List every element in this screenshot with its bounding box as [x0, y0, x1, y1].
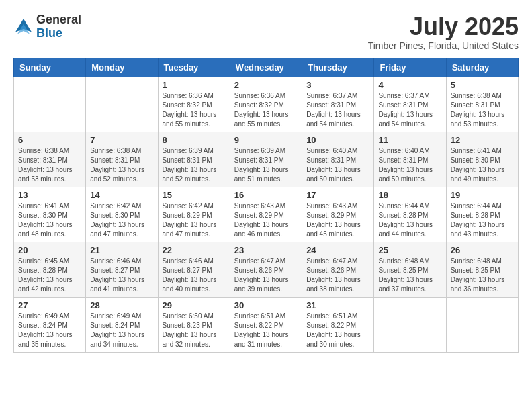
calendar-cell	[446, 297, 518, 352]
day-info: Sunrise: 6:43 AM Sunset: 8:29 PM Dayligh…	[234, 201, 298, 239]
day-number: 16	[234, 190, 298, 200]
day-number: 4	[378, 80, 441, 90]
weekday-header-sunday: Sunday	[14, 58, 86, 77]
day-number: 18	[378, 190, 441, 200]
calendar-cell: 13Sunrise: 6:41 AM Sunset: 8:30 PM Dayli…	[14, 187, 86, 242]
day-info: Sunrise: 6:40 AM Sunset: 8:31 PM Dayligh…	[306, 146, 369, 184]
day-info: Sunrise: 6:50 AM Sunset: 8:23 PM Dayligh…	[163, 312, 226, 349]
day-info: Sunrise: 6:47 AM Sunset: 8:26 PM Dayligh…	[234, 257, 298, 294]
day-info: Sunrise: 6:41 AM Sunset: 8:30 PM Dayligh…	[18, 201, 81, 239]
day-info: Sunrise: 6:51 AM Sunset: 8:22 PM Dayligh…	[306, 312, 369, 349]
calendar-week-4: 20Sunrise: 6:45 AM Sunset: 8:28 PM Dayli…	[14, 242, 519, 297]
day-number: 13	[18, 190, 81, 200]
day-info: Sunrise: 6:48 AM Sunset: 8:25 PM Dayligh…	[378, 257, 441, 294]
day-number: 12	[451, 135, 514, 145]
calendar-cell: 27Sunrise: 6:49 AM Sunset: 8:24 PM Dayli…	[14, 297, 86, 352]
day-info: Sunrise: 6:38 AM Sunset: 8:31 PM Dayligh…	[18, 146, 81, 184]
calendar-cell: 19Sunrise: 6:44 AM Sunset: 8:28 PM Dayli…	[446, 187, 518, 242]
calendar-cell: 5Sunrise: 6:38 AM Sunset: 8:31 PM Daylig…	[446, 77, 518, 132]
calendar-cell: 25Sunrise: 6:48 AM Sunset: 8:25 PM Dayli…	[374, 242, 446, 297]
calendar-cell: 26Sunrise: 6:48 AM Sunset: 8:25 PM Dayli…	[446, 242, 518, 297]
calendar-cell: 31Sunrise: 6:51 AM Sunset: 8:22 PM Dayli…	[302, 297, 374, 352]
day-info: Sunrise: 6:51 AM Sunset: 8:22 PM Dayligh…	[234, 312, 298, 349]
day-info: Sunrise: 6:49 AM Sunset: 8:24 PM Dayligh…	[90, 312, 153, 349]
day-number: 7	[90, 135, 153, 145]
calendar-cell: 17Sunrise: 6:43 AM Sunset: 8:29 PM Dayli…	[302, 187, 374, 242]
location: Timber Pines, Florida, United States	[368, 40, 519, 51]
day-info: Sunrise: 6:37 AM Sunset: 8:31 PM Dayligh…	[378, 91, 441, 129]
day-number: 5	[451, 80, 514, 90]
calendar-cell: 6Sunrise: 6:38 AM Sunset: 8:31 PM Daylig…	[14, 132, 86, 187]
calendar-cell: 15Sunrise: 6:42 AM Sunset: 8:29 PM Dayli…	[158, 187, 230, 242]
weekday-header-wednesday: Wednesday	[230, 58, 302, 77]
logo: General Blue	[13, 13, 81, 40]
day-info: Sunrise: 6:45 AM Sunset: 8:28 PM Dayligh…	[18, 257, 81, 294]
day-number: 8	[163, 135, 226, 145]
calendar-week-5: 27Sunrise: 6:49 AM Sunset: 8:24 PM Dayli…	[14, 297, 519, 352]
day-number: 15	[163, 190, 226, 200]
day-info: Sunrise: 6:36 AM Sunset: 8:32 PM Dayligh…	[234, 91, 298, 129]
day-info: Sunrise: 6:40 AM Sunset: 8:31 PM Dayligh…	[378, 146, 441, 184]
page-header: General Blue July 2025 Timber Pines, Flo…	[13, 13, 519, 51]
title-block: July 2025 Timber Pines, Florida, United …	[368, 13, 519, 51]
day-number: 17	[306, 190, 369, 200]
month-year: July 2025	[368, 13, 519, 40]
calendar-cell: 2Sunrise: 6:36 AM Sunset: 8:32 PM Daylig…	[230, 77, 302, 132]
calendar-week-1: 1Sunrise: 6:36 AM Sunset: 8:32 PM Daylig…	[14, 77, 519, 132]
day-number: 28	[90, 300, 153, 310]
day-number: 11	[378, 135, 441, 145]
day-number: 20	[18, 245, 81, 255]
calendar-cell: 24Sunrise: 6:47 AM Sunset: 8:26 PM Dayli…	[302, 242, 374, 297]
day-number: 6	[18, 135, 81, 145]
day-number: 26	[451, 245, 514, 255]
calendar: SundayMondayTuesdayWednesdayThursdayFrid…	[13, 58, 519, 353]
day-info: Sunrise: 6:46 AM Sunset: 8:27 PM Dayligh…	[163, 257, 226, 294]
logo-blue-text: Blue	[36, 26, 62, 40]
calendar-cell	[14, 77, 86, 132]
calendar-cell: 20Sunrise: 6:45 AM Sunset: 8:28 PM Dayli…	[14, 242, 86, 297]
calendar-cell	[86, 77, 158, 132]
calendar-cell: 11Sunrise: 6:40 AM Sunset: 8:31 PM Dayli…	[374, 132, 446, 187]
calendar-cell: 7Sunrise: 6:38 AM Sunset: 8:31 PM Daylig…	[86, 132, 158, 187]
calendar-week-3: 13Sunrise: 6:41 AM Sunset: 8:30 PM Dayli…	[14, 187, 519, 242]
calendar-cell: 23Sunrise: 6:47 AM Sunset: 8:26 PM Dayli…	[230, 242, 302, 297]
day-info: Sunrise: 6:43 AM Sunset: 8:29 PM Dayligh…	[306, 201, 369, 239]
calendar-cell: 1Sunrise: 6:36 AM Sunset: 8:32 PM Daylig…	[158, 77, 230, 132]
weekday-header-row: SundayMondayTuesdayWednesdayThursdayFrid…	[14, 58, 519, 77]
calendar-cell: 9Sunrise: 6:39 AM Sunset: 8:31 PM Daylig…	[230, 132, 302, 187]
day-info: Sunrise: 6:47 AM Sunset: 8:26 PM Dayligh…	[306, 257, 369, 294]
day-number: 1	[163, 80, 226, 90]
calendar-cell	[374, 297, 446, 352]
calendar-cell: 22Sunrise: 6:46 AM Sunset: 8:27 PM Dayli…	[158, 242, 230, 297]
day-info: Sunrise: 6:38 AM Sunset: 8:31 PM Dayligh…	[451, 91, 514, 129]
logo-general-text: General	[36, 13, 81, 26]
calendar-cell: 14Sunrise: 6:42 AM Sunset: 8:30 PM Dayli…	[86, 187, 158, 242]
day-number: 22	[163, 245, 226, 255]
weekday-header-thursday: Thursday	[302, 58, 374, 77]
day-info: Sunrise: 6:46 AM Sunset: 8:27 PM Dayligh…	[90, 257, 153, 294]
day-number: 23	[234, 245, 298, 255]
day-number: 27	[18, 300, 81, 310]
day-info: Sunrise: 6:49 AM Sunset: 8:24 PM Dayligh…	[18, 312, 81, 349]
weekday-header-saturday: Saturday	[446, 58, 518, 77]
day-number: 24	[306, 245, 369, 255]
day-info: Sunrise: 6:36 AM Sunset: 8:32 PM Dayligh…	[163, 91, 226, 129]
calendar-cell: 21Sunrise: 6:46 AM Sunset: 8:27 PM Dayli…	[86, 242, 158, 297]
day-number: 31	[306, 300, 369, 310]
day-number: 29	[163, 300, 226, 310]
weekday-header-friday: Friday	[374, 58, 446, 77]
day-number: 10	[306, 135, 369, 145]
calendar-cell: 29Sunrise: 6:50 AM Sunset: 8:23 PM Dayli…	[158, 297, 230, 352]
day-info: Sunrise: 6:48 AM Sunset: 8:25 PM Dayligh…	[451, 257, 514, 294]
day-number: 25	[378, 245, 441, 255]
calendar-cell: 4Sunrise: 6:37 AM Sunset: 8:31 PM Daylig…	[374, 77, 446, 132]
day-info: Sunrise: 6:44 AM Sunset: 8:28 PM Dayligh…	[378, 201, 441, 239]
day-info: Sunrise: 6:42 AM Sunset: 8:29 PM Dayligh…	[163, 201, 226, 239]
day-number: 21	[90, 245, 153, 255]
weekday-header-tuesday: Tuesday	[158, 58, 230, 77]
day-info: Sunrise: 6:44 AM Sunset: 8:28 PM Dayligh…	[451, 201, 514, 239]
day-info: Sunrise: 6:39 AM Sunset: 8:31 PM Dayligh…	[163, 146, 226, 184]
day-number: 14	[90, 190, 153, 200]
day-info: Sunrise: 6:37 AM Sunset: 8:31 PM Dayligh…	[306, 91, 369, 129]
day-info: Sunrise: 6:42 AM Sunset: 8:30 PM Dayligh…	[90, 201, 153, 239]
